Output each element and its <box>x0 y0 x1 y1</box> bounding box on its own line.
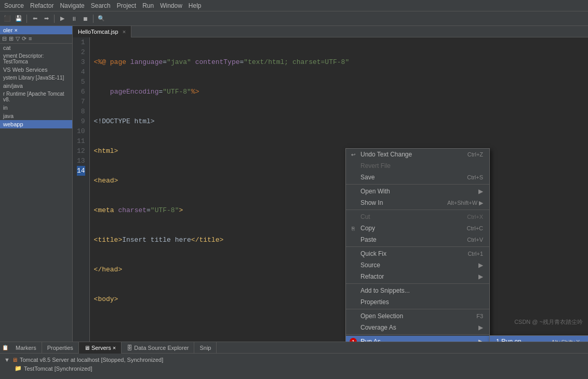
bottom-collapse-icon[interactable]: 📋 <box>0 345 10 350</box>
ctx-openwith-arrow: ▶ <box>478 188 483 195</box>
server-row[interactable]: ▼ 🖥 Tomcat v8.5 Server at localhost [Sto… <box>4 356 584 364</box>
ctx-showin-label: Show In <box>360 199 383 206</box>
server-label: Tomcat v8.5 Server at localhost [Stopped… <box>20 357 163 363</box>
toolbar-btn-7[interactable]: ⏹ <box>80 14 90 24</box>
sidebar-sync-icon[interactable]: ⟳ <box>22 35 26 42</box>
ctx-save-shortcut: Ctrl+S <box>467 174 483 180</box>
toolbar-btn-4[interactable]: ➡ <box>41 14 51 24</box>
ctx-source-arrow: ▶ <box>478 262 483 269</box>
ctx-showin-shortcut: Alt+Shift+W ▶ <box>447 200 483 206</box>
sidebar-item-main[interactable]: ain/java <box>0 82 72 90</box>
sidebar-item-cat[interactable]: cat <box>0 44 72 52</box>
bottom-tab-markers[interactable]: Markers <box>10 342 42 354</box>
bottom-tabs: 📋 Markers Properties 🖥Servers × 🗄Data So… <box>0 342 588 354</box>
ctx-sep-5 <box>346 309 489 309</box>
servers-icon: 🖥 <box>84 345 90 351</box>
sidebar-filter-icon[interactable]: ▽ <box>16 35 20 42</box>
sidebar-title: oler × <box>3 27 18 33</box>
toolbar-btn-2[interactable]: 💾 <box>14 14 24 24</box>
bottom-tab-servers[interactable]: 🖥Servers × <box>79 342 122 354</box>
ctx-undo[interactable]: ↩ Undo Text Change Ctrl+Z <box>346 149 489 160</box>
ctx-source[interactable]: Source ▶ <box>346 259 489 271</box>
ctx-addsnippets[interactable]: Add to Snippets... <box>346 285 489 296</box>
menu-search[interactable]: Search <box>91 2 111 9</box>
menu-project[interactable]: Project <box>117 2 136 9</box>
toolbar-btn-8[interactable]: 🔍 <box>96 14 106 24</box>
sidebar-item-in[interactable]: in <box>0 103 72 112</box>
menu-run[interactable]: Run <box>142 2 154 9</box>
sidebar-item-java[interactable]: java <box>0 112 72 120</box>
menu-source[interactable]: Source <box>4 2 24 9</box>
ctx-refactor[interactable]: Refactor ▶ <box>346 271 489 282</box>
ctx-openwith-label: Open With <box>360 188 390 195</box>
ctx-sep-3 <box>346 246 489 247</box>
sidebar-item-runtime[interactable]: r Runtime [Apache Tomcat v8. <box>0 90 72 103</box>
ctx-runas[interactable]: 1 Run As ▶ 1 Run on Server Alt+Shift+X, … <box>346 336 489 342</box>
ctx-runas-arrow: ▶ <box>478 338 483 342</box>
ctx-cut-shortcut: Ctrl+X <box>467 214 483 220</box>
bottom-tab-snip[interactable]: Snip <box>194 342 217 354</box>
toolbar-sep-1 <box>26 15 27 23</box>
ctx-copy-label: Copy <box>360 225 375 232</box>
menu-bar: Source Refactor Navigate Search Project … <box>0 0 588 11</box>
toolbar-sep-2 <box>54 15 55 23</box>
ctx-refactor-label: Refactor <box>360 273 384 280</box>
bottom-content: ▼ 🖥 Tomcat v8.5 Server at localhost [Sto… <box>0 354 588 375</box>
menu-refactor[interactable]: Refactor <box>30 2 54 9</box>
sidebar-item-webapp[interactable]: webapp <box>0 120 72 128</box>
sidebar-item-webservices[interactable]: VS Web Services <box>0 66 72 74</box>
ctx-properties[interactable]: Properties <box>346 296 489 308</box>
toolbar-btn-1[interactable]: ⬛ <box>2 14 12 24</box>
menu-help[interactable]: Help <box>189 2 202 9</box>
datasource-icon: 🗄 <box>127 345 132 351</box>
sidebar-expand-icon[interactable]: ⊞ <box>9 35 14 42</box>
ctx-sep-2 <box>346 210 489 210</box>
ctx-revert-label: Revert File <box>360 162 391 169</box>
submenu-runonserver[interactable]: 1 Run on Server Alt+Shift+X, R 2 <box>490 336 588 342</box>
context-menu-overlay[interactable]: ↩ Undo Text Change Ctrl+Z Revert File Sa… <box>73 26 588 342</box>
ctx-refactor-arrow: ▶ <box>478 273 483 280</box>
menu-window[interactable]: Window <box>160 2 182 9</box>
ctx-save[interactable]: Save Ctrl+S <box>346 172 489 183</box>
ctx-openwith[interactable]: Open With ▶ <box>346 186 489 197</box>
toolbar-btn-5[interactable]: ▶ <box>57 14 68 24</box>
toolbar-btn-3[interactable]: ⬅ <box>30 14 40 24</box>
ctx-paste[interactable]: Paste Ctrl+V <box>346 234 489 245</box>
ctx-quickfix-label: Quick Fix <box>360 250 386 257</box>
ctx-coverageas[interactable]: Coverage As ▶ <box>346 322 489 333</box>
ctx-runas-label: Run As <box>360 338 381 342</box>
toolbar-sep-3 <box>93 15 93 23</box>
ctx-undo-icon: ↩ <box>349 150 357 159</box>
toolbar-btn-6[interactable]: ⏸ <box>69 14 79 24</box>
server-icon: 🖥 <box>12 357 18 363</box>
sidebar-item-deployment[interactable]: yment Descriptor: TestTomca <box>0 52 72 66</box>
submenu-runonserver-shortcut: Alt+Shift+X, R <box>551 339 586 342</box>
sidebar: oler × ⊟ ⊞ ▽ ⟳ ≡ cat yment Descriptor: T… <box>0 26 73 342</box>
ctx-coverageas-label: Coverage As <box>360 324 396 331</box>
ctx-addsnippets-label: Add to Snippets... <box>360 287 410 294</box>
sidebar-item-library[interactable]: ystem Library [JavaSE-11] <box>0 74 72 82</box>
bottom-tab-properties[interactable]: Properties <box>42 342 79 354</box>
ctx-copy[interactable]: ⎘ Copy Ctrl+C <box>346 223 489 234</box>
sidebar-collapse-icon[interactable]: ⊟ <box>2 35 7 42</box>
ctx-revert: Revert File <box>346 160 489 172</box>
ctx-showin[interactable]: Show In Alt+Shift+W ▶ <box>346 197 489 208</box>
ctx-quickfix[interactable]: Quick Fix Ctrl+1 <box>346 248 489 259</box>
ctx-runas-icon: 1 <box>349 337 357 342</box>
ctx-copy-shortcut: Ctrl+C <box>467 225 483 231</box>
sidebar-more-icon[interactable]: ≡ <box>29 35 32 42</box>
menu-navigate[interactable]: Navigate <box>60 2 84 9</box>
editor-area: HelloTomcat.jsp × 1 2 3 4 5 6 7 8 9 10 1… <box>73 26 588 342</box>
submenu-runonserver-label: 1 Run on Server <box>496 338 541 342</box>
ctx-quickfix-shortcut: Ctrl+1 <box>467 251 483 257</box>
bottom-tab-datasource[interactable]: 🗄Data Source Explorer <box>122 342 194 354</box>
ctx-cut-label: Cut <box>360 213 370 220</box>
project-row[interactable]: 📁 TestTomcat [Synchronized] <box>4 364 584 373</box>
ctx-paste-shortcut: Ctrl+V <box>467 237 483 243</box>
ctx-openselection[interactable]: Open Selection F3 <box>346 310 489 322</box>
ctx-copy-icon: ⎘ <box>349 224 357 232</box>
ctx-properties-label: Properties <box>360 298 389 306</box>
ctx-coverageas-arrow: ▶ <box>478 324 483 331</box>
ctx-openselection-label: Open Selection <box>360 312 403 320</box>
context-menu: ↩ Undo Text Change Ctrl+Z Revert File Sa… <box>345 148 490 342</box>
